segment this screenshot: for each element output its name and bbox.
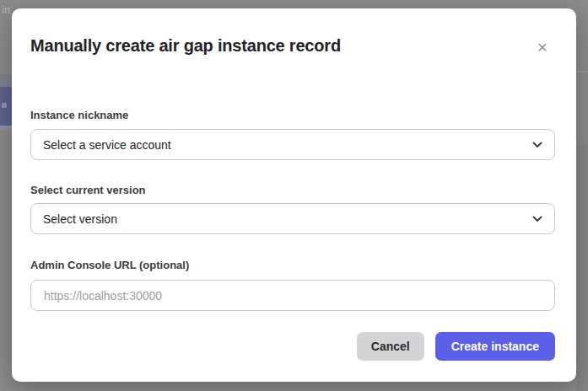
admin-console-url-wrap [30,280,555,311]
admin-console-url-input[interactable] [30,280,555,311]
instance-nickname-label: Instance nickname [30,109,128,121]
cancel-button[interactable]: Cancel [357,332,424,361]
current-version-label: Select current version [30,184,146,196]
dialog-title: Manually create air gap instance record [30,36,341,56]
background-right-shade [576,143,588,391]
background-text-fragment: in [2,3,10,16]
service-account-select[interactable]: Select a service account [30,129,555,160]
background-row-divider [0,126,12,129]
page: in Manually create air gap instance reco… [0,0,588,391]
close-icon[interactable]: × [532,36,553,56]
background-selected-row [0,87,12,126]
create-airgap-instance-dialog: Manually create air gap instance record … [12,8,576,382]
dialog-actions: Cancel Create instance [357,332,555,361]
version-select[interactable]: Select version [30,203,555,234]
background-table-row-edge [0,74,12,87]
background-right-divider [576,71,588,72]
version-select-wrap: Select version [30,203,555,234]
create-instance-button[interactable]: Create instance [435,332,555,361]
background-row-icon [2,103,7,108]
service-account-select-wrap: Select a service account [30,129,555,160]
admin-console-url-label: Admin Console URL (optional) [30,259,189,271]
